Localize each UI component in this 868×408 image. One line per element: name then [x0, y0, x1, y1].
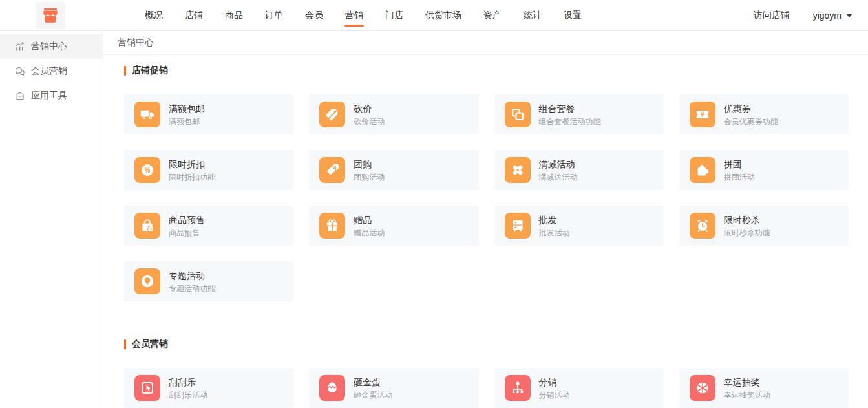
- lucky-wheel-icon: [695, 380, 710, 396]
- scratch-card-icon: [140, 380, 155, 396]
- card-title: 幸运抽奖: [724, 378, 770, 387]
- visit-store-link[interactable]: 访问店铺: [754, 10, 790, 21]
- card-title: 满减活动: [539, 160, 578, 169]
- promo-card[interactable]: 组合套餐 组合套餐活动功能: [494, 94, 664, 134]
- card-tile: [134, 375, 160, 401]
- promo-card[interactable]: 商品预售 商品预售: [124, 206, 293, 246]
- nav-tab-settings[interactable]: 设置: [553, 0, 593, 30]
- card-title: 分销: [539, 378, 570, 387]
- nav-tab-supply-market[interactable]: 供货市场: [414, 0, 472, 30]
- main-content: 营销中心 店铺促销 满额包邮 满额包邮 砍价 砍价活动 组合套餐 组合套餐活动功…: [103, 31, 868, 408]
- bulb-icon: [140, 274, 155, 289]
- nav-tab-goods[interactable]: 商品: [214, 0, 254, 30]
- card-tile: [134, 213, 160, 239]
- sidebar-item-marketing-center[interactable]: 营销中心: [0, 34, 103, 59]
- nav-tab-shop[interactable]: 店铺: [174, 0, 214, 30]
- card-subtitle: 团购活动: [354, 173, 385, 181]
- promo-card[interactable]: 分销 分销活动: [494, 368, 664, 408]
- card-subtitle: 商品预售: [169, 229, 205, 237]
- promo-card[interactable]: 满减活动 满减送活动: [494, 150, 664, 190]
- nav-tab-overview[interactable]: 概况: [134, 0, 174, 30]
- card-title: 组合套餐: [539, 104, 601, 113]
- card-title: 专题活动: [169, 271, 215, 280]
- section: 店铺促销 满额包邮 满额包邮 砍价 砍价活动 组合套餐 组合套餐活动功能 优惠券…: [124, 65, 849, 301]
- card-subtitle: 砸金蛋活动: [354, 391, 392, 399]
- card-subtitle: 满额包邮: [169, 118, 205, 125]
- briefcase-icon: [14, 91, 25, 102]
- card-subtitle: 刮刮乐活动: [169, 391, 207, 399]
- chevron-down-icon: [846, 14, 852, 17]
- coupon-icon: [695, 107, 710, 122]
- marketing-sections: 店铺促销 满额包邮 满额包邮 砍价 砍价活动 组合套餐 组合套餐活动功能 优惠券…: [103, 55, 868, 408]
- card-subtitle: 砍价活动: [354, 118, 385, 125]
- card-subtitle: 专题活动功能: [169, 285, 215, 292]
- section: 会员营销 刮刮乐 刮刮乐活动 砸金蛋 砸金蛋活动 分销 分销活动 幸运抽奖 幸运…: [124, 338, 849, 408]
- card-tile: [505, 102, 531, 127]
- card-tile: [690, 213, 715, 239]
- user-menu[interactable]: yigoym: [813, 10, 852, 21]
- card-tile: [505, 157, 531, 183]
- promo-card[interactable]: 团购 团购活动: [309, 150, 478, 190]
- sidebar-item-member-marketing[interactable]: 会员营销: [0, 59, 103, 83]
- nav-tab-statistics[interactable]: 统计: [513, 0, 553, 30]
- card-title: 限时秒杀: [724, 215, 770, 224]
- sidebar-item-app-tools[interactable]: 应用工具: [0, 83, 103, 108]
- main-nav: 概况店铺商品订单会员营销门店供货市场资产统计设置: [134, 0, 593, 30]
- promo-card[interactable]: 专题活动 专题活动功能: [124, 261, 293, 301]
- golden-egg-icon: [324, 380, 340, 396]
- card-subtitle: 赠品活动: [354, 229, 385, 237]
- promo-card[interactable]: 优惠券 会员优惠券功能: [679, 94, 849, 134]
- card-tile: [319, 375, 345, 401]
- section-title: 会员营销: [124, 338, 849, 350]
- promo-card[interactable]: 幸运抽奖 幸运抽奖活动: [679, 368, 849, 408]
- card-title: 拼团: [724, 160, 755, 169]
- truck-icon: [140, 107, 155, 122]
- card-subtitle: 幸运抽奖活动: [724, 391, 770, 399]
- card-tile: [319, 213, 345, 239]
- promo-card[interactable]: 拼团 拼团活动: [679, 150, 849, 190]
- distribution-icon: [510, 380, 525, 396]
- card-grid: 刮刮乐 刮刮乐活动 砸金蛋 砸金蛋活动 分销 分销活动 幸运抽奖 幸运抽奖活动: [124, 368, 849, 408]
- card-tile: [690, 157, 715, 183]
- card-title: 优惠券: [724, 104, 778, 113]
- card-subtitle: 组合套餐活动功能: [539, 118, 601, 125]
- gift-icon: [324, 218, 340, 233]
- card-title: 商品预售: [169, 215, 205, 224]
- puzzle-icon: [695, 162, 710, 178]
- nav-tab-stores[interactable]: 门店: [374, 0, 414, 30]
- card-tile: [319, 157, 345, 183]
- card-subtitle: 会员优惠券功能: [724, 118, 778, 125]
- promo-card[interactable]: 限时秒杀 限时秒杀功能: [679, 206, 849, 246]
- card-subtitle: 分销活动: [539, 391, 570, 399]
- combo-squares-icon: [510, 107, 525, 122]
- promo-card[interactable]: 赠品 赠品活动: [309, 206, 478, 246]
- card-subtitle: 拼团活动: [724, 173, 755, 181]
- nav-tab-members[interactable]: 会员: [294, 0, 334, 30]
- nav-tab-orders[interactable]: 订单: [254, 0, 294, 30]
- card-tile: [690, 375, 715, 401]
- alarm-icon: [695, 218, 710, 233]
- promo-card[interactable]: 砸金蛋 砸金蛋活动: [309, 368, 478, 408]
- card-subtitle: 限时秒杀功能: [724, 229, 770, 237]
- nav-tab-assets[interactable]: 资产: [472, 0, 513, 30]
- section-title: 店铺促销: [124, 65, 849, 76]
- card-tile: [505, 375, 531, 401]
- card-tile: [134, 102, 160, 127]
- promo-card[interactable]: 满额包邮 满额包邮: [124, 94, 293, 134]
- promo-card[interactable]: 刮刮乐 刮刮乐活动: [124, 368, 293, 408]
- discount-badge-icon: [140, 162, 155, 178]
- tags-icon: [324, 162, 340, 178]
- card-subtitle: 满减送活动: [539, 173, 578, 181]
- promo-card[interactable]: 限时折扣 限时折扣功能: [124, 150, 293, 190]
- card-tile: [505, 213, 531, 239]
- card-title: 团购: [354, 160, 385, 169]
- card-tile: [134, 268, 160, 294]
- sidebar: 营销中心 会员营销 应用工具: [0, 31, 103, 408]
- knot-icon: [510, 162, 525, 178]
- app-logo[interactable]: [36, 2, 65, 29]
- tag-slash-icon: [324, 107, 340, 122]
- promo-card[interactable]: 批发 批发活动: [494, 206, 664, 246]
- promo-card[interactable]: 砍价 砍价活动: [309, 94, 478, 134]
- top-nav: 概况店铺商品订单会员营销门店供货市场资产统计设置 访问店铺 yigoym: [0, 0, 868, 31]
- nav-tab-marketing[interactable]: 营销: [334, 0, 374, 30]
